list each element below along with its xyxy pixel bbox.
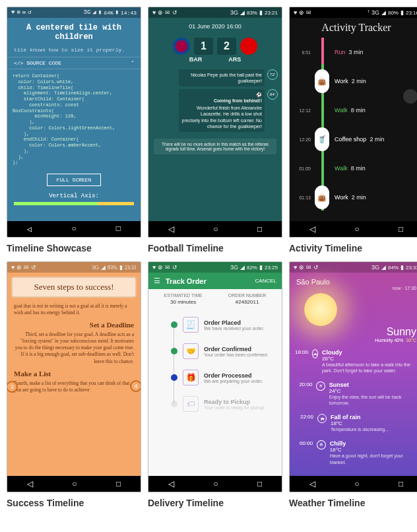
status-bar: ♥⊗✉↺ 3G◢83%▮23:31 xyxy=(7,262,141,273)
step-icon: 🧾 xyxy=(183,317,199,333)
caption: Activity Timeline xyxy=(289,243,417,253)
recent-icon: □ xyxy=(116,224,121,234)
now-label: now · 17:30 xyxy=(290,286,417,290)
paragraph: Third, set a deadline for your goal. A d… xyxy=(14,331,134,365)
step-icon: 🤝 xyxy=(183,343,199,359)
humidity: Humidity 40% 30°C xyxy=(290,338,417,343)
showcase-title: A centered tile with children xyxy=(7,18,141,47)
step-icon: 🎁 xyxy=(183,370,199,385)
step-badge-4: 4 xyxy=(130,380,141,392)
event-row: 72' Nicolas Pepe puts the ball past the … xyxy=(179,69,278,86)
step-dot xyxy=(171,321,177,328)
final-whistle: There will be no more action in this mat… xyxy=(154,139,276,154)
phone-weather: ♥⊗✉↺ 3G◢84%▮23:33 São Paulo now · 17:30 … xyxy=(289,261,417,492)
app-bar: ☰ Track Order CANCEL xyxy=(148,273,282,289)
goal-icon: ⚽ xyxy=(256,92,262,97)
back-icon: ◁ xyxy=(27,224,32,234)
abbr-away: ARS xyxy=(228,56,241,63)
vaxis-label: Vertical Axis: xyxy=(7,190,141,202)
barcelona-crest xyxy=(173,38,190,55)
app-title: Track Order xyxy=(166,277,255,285)
city-label: São Paulo xyxy=(290,273,417,286)
activity-row: 01:05Walk 8 min xyxy=(315,154,417,183)
status-bar: ♥⊗✉↺ 3G◢84%▮23:33 xyxy=(290,262,417,273)
abbr-home: BAR xyxy=(189,56,203,63)
caption: Weather Timeline xyxy=(289,498,417,508)
phone-showcase: ♥⊗✉↺ 3G◢▮84%▮14:43 A centered tile with … xyxy=(7,7,141,238)
section-heading: Set a Deadline xyxy=(14,320,134,330)
section-heading: Make a List xyxy=(14,369,134,379)
success-title: Seven steps to success! xyxy=(11,277,137,298)
current-cond: Sunny xyxy=(290,326,417,338)
forecast-row: 22:00🌧Fall of rain18°CTemperature is dec… xyxy=(295,410,417,436)
delivery-step: 🤝Order ConfirmedYour order has been conf… xyxy=(171,338,275,364)
activity-pill: 👜 xyxy=(315,185,329,209)
step-dot xyxy=(171,401,177,407)
phone-delivery: ♥⊗✉↺ 3G◢82%▮23:25 ☰ Track Order CANCEL E… xyxy=(148,261,282,492)
code-block: return Container( color: Colors.white, c… xyxy=(7,69,141,170)
match-date: 01 June 2020 16:00 xyxy=(148,18,282,35)
forecast-row: 18:00☁Cloudy26°CA beautiful afternoon to… xyxy=(295,345,417,378)
phone-success: ♥⊗✉↺ 3G◢83%▮23:31 Seven steps to success… xyxy=(7,261,141,492)
activity-row: 12:12Walk 8 min xyxy=(315,96,417,125)
sun-graphic xyxy=(304,293,337,326)
android-nav: ◁○□ xyxy=(7,221,141,237)
score-home: 1 xyxy=(194,38,213,55)
paragraph: Fourth, make a list of everything that y… xyxy=(14,380,134,393)
activity-row: 👜Work 2 min xyxy=(315,67,417,96)
source-toggle[interactable]: </> SOURCE CODE˄ xyxy=(7,57,141,69)
activity-pill: 👜 xyxy=(315,69,329,93)
paragraph: goal that is not in writing is not a goa… xyxy=(14,303,134,316)
score-away: 2 xyxy=(217,38,236,55)
caption: Success Timeline xyxy=(7,498,141,508)
minute-badge: 72' xyxy=(267,69,278,80)
caption: Delivery Timeline xyxy=(148,498,282,508)
forecast-row: 00:00❄Chilly16°CHave a good night, don't… xyxy=(295,436,417,469)
order-meta: ESTIMATED TIME30 minutes ORDER NUMBER#24… xyxy=(148,289,282,309)
phone-activity: ♥⊗✉ ᵀ3G◢80%▮23:16 Activity Tracker 8:51R… xyxy=(289,7,417,238)
status-bar: ♥⊗✉↺ 3G◢▮84%▮14:43 xyxy=(7,7,141,18)
home-icon: ○ xyxy=(71,224,76,234)
phone-football: ♥⊗✉↺ 3G◢83%▮23:21 01 June 2020 16:00 1 2… xyxy=(148,7,282,238)
activity-row: 8:51Run 3 min xyxy=(315,38,417,67)
color-bar xyxy=(14,202,134,205)
delivery-step: 🎁Order ProcessedWe are preparing your or… xyxy=(171,364,275,391)
status-bar: ♥⊗✉↺ 3G◢82%▮23:25 xyxy=(148,262,282,273)
delivery-step: 🧾Order PlacedWe have received your order… xyxy=(171,312,275,338)
delivery-step: 🏷Ready to PickupYour order is ready for … xyxy=(171,391,275,417)
activity-row: 01:13👜Work 2 min xyxy=(315,183,417,212)
minute-badge: 84' xyxy=(267,89,278,100)
step-icon: 🏷 xyxy=(183,396,199,412)
menu-icon[interactable]: ☰ xyxy=(154,277,160,285)
fullscreen-button[interactable]: FULL SCREEN xyxy=(47,174,102,186)
cancel-button[interactable]: CANCEL xyxy=(255,278,276,284)
weather-icon: ❄ xyxy=(317,440,326,449)
activity-title: Activity Tracker xyxy=(290,18,417,38)
event-row: 84' ⚽ Coming from behind!!Wonderful fini… xyxy=(179,89,278,132)
chevron-up-icon: ˄ xyxy=(131,60,134,66)
forecast-row: 20:00☀Sunset24°CEnjoy the view, the sun … xyxy=(295,378,417,410)
step-dot xyxy=(171,374,177,381)
caption: Timeline Showcase xyxy=(7,243,141,253)
arsenal-crest xyxy=(240,38,257,55)
scoreboard: 1 2 xyxy=(148,35,282,56)
showcase-sub: tile knows how to size it properly. xyxy=(7,47,141,57)
step-dot xyxy=(171,348,177,354)
activity-pill: 🥤 xyxy=(315,127,329,151)
caption: Football Timeline xyxy=(148,243,282,253)
weather-icon: ☀ xyxy=(316,382,325,391)
status-bar: ♥⊗✉ ᵀ3G◢80%▮23:16 xyxy=(290,7,417,18)
status-bar: ♥⊗✉↺ 3G◢83%▮23:21 xyxy=(148,7,282,18)
weather-icon: 🌧 xyxy=(317,414,327,423)
weather-icon: ☁ xyxy=(312,349,318,358)
activity-row: 12:20🥤Coffee shop 2 min xyxy=(315,125,417,154)
